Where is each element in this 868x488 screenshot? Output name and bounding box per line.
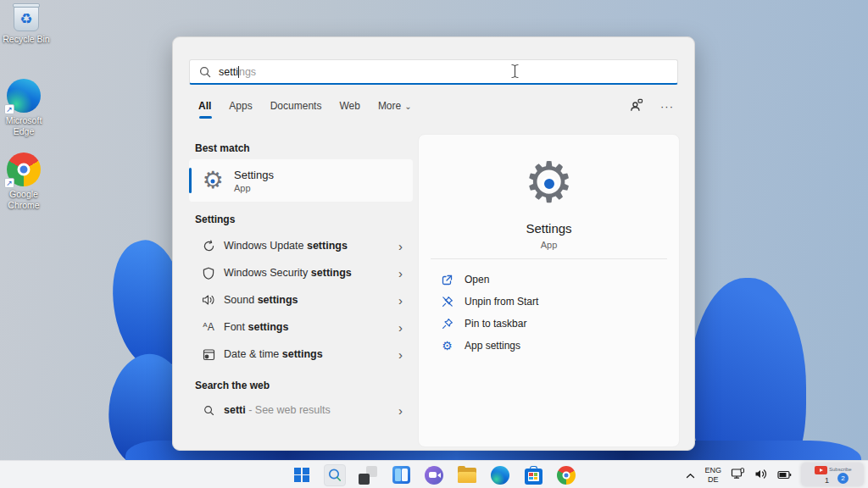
action-open[interactable]: Open [441, 270, 489, 289]
desktop-icon-recycle-bin[interactable]: ♻ Recycle Bin [0, 6, 53, 45]
desktop-icon-label: Google Chrome [0, 189, 47, 210]
settings-gear-icon: ⚙ [200, 168, 225, 193]
folder-icon [458, 468, 476, 483]
desktop-icon-microsoft-edge[interactable]: ↗ Microsoft Edge [0, 79, 50, 136]
shortcut-arrow-icon: ↗ [4, 104, 14, 114]
recycle-glyph: ♻ [19, 12, 32, 26]
chrome-icon [557, 466, 576, 485]
chat-icon [425, 466, 443, 485]
action-app-settings[interactable]: ⚙ App settings [441, 336, 520, 355]
tab-web[interactable]: Web [339, 100, 359, 115]
search-icon [199, 66, 211, 78]
result-label: Font settings [224, 321, 398, 333]
chrome-icon: ↗ [7, 152, 41, 186]
task-view-button[interactable] [357, 464, 379, 486]
chevron-right-icon: › [398, 294, 403, 307]
result-label: Date & time settings [224, 348, 398, 360]
refresh-icon [201, 240, 216, 252]
selection-accent-bar [189, 168, 192, 193]
desktop-icon-google-chrome[interactable]: ↗ Google Chrome [0, 152, 50, 210]
chevron-right-icon: › [398, 321, 403, 334]
best-match-title: Settings [234, 169, 274, 181]
edge-icon [491, 466, 509, 485]
text-cursor-icon [510, 64, 520, 82]
video-watermark-overlay: Subscribe 1 2 [801, 463, 864, 486]
action-pin-to-taskbar[interactable]: Pin to taskbar [441, 314, 526, 333]
widgets-button[interactable] [390, 464, 412, 486]
chat-button[interactable] [423, 464, 445, 486]
desktop-icon-label: Recycle Bin [3, 34, 49, 45]
result-label: Sound settings [224, 294, 398, 306]
overlay-count: 1 [825, 476, 829, 485]
speaker-icon [201, 294, 216, 306]
shield-icon [201, 267, 216, 280]
tray-chevron-up-icon[interactable] [686, 468, 695, 483]
file-explorer-button[interactable] [456, 464, 478, 486]
subscribe-label: Subscribe [829, 467, 852, 472]
store-button[interactable] [522, 464, 544, 486]
widgets-icon [392, 466, 410, 484]
unpin-icon [441, 296, 453, 308]
desktop-wallpaper: ♻ Recycle Bin ↗ Microsoft Edge ↗ Google … [0, 0, 868, 488]
network-icon[interactable] [731, 468, 745, 483]
tab-all[interactable]: All [198, 100, 211, 115]
settings-section-header: Settings [195, 214, 235, 225]
settings-gear-icon-large: ⚙ [518, 152, 581, 214]
search-typed-text: setti [219, 66, 238, 78]
battery-icon[interactable] [777, 468, 792, 483]
preview-subtitle: App [419, 240, 679, 250]
search-filter-tabs: All Apps Documents Web More⌄ [198, 100, 412, 115]
result-font-settings[interactable]: Font settings › [189, 313, 413, 341]
best-match-header: Best match [195, 142, 250, 154]
windows-logo-icon [294, 468, 309, 483]
search-input[interactable]: settings [189, 59, 678, 85]
result-windows-security-settings[interactable]: Windows Security settings › [189, 259, 413, 286]
result-label: Windows Update settings [224, 240, 398, 252]
youtube-icon [815, 466, 827, 474]
start-button[interactable] [291, 464, 313, 486]
account-icon[interactable] [630, 98, 643, 114]
taskbar-search-button[interactable] [324, 464, 346, 486]
shortcut-arrow-icon: ↗ [4, 178, 14, 188]
edge-button[interactable] [489, 464, 511, 486]
chevron-right-icon: › [398, 348, 403, 361]
best-match-result[interactable]: ⚙ Settings App [189, 159, 413, 202]
preview-pane: ⚙ Settings App Open Unpin from Start [418, 134, 680, 447]
preview-title: Settings [419, 221, 679, 236]
chevron-right-icon: › [398, 404, 403, 417]
result-label: setti - See web results [224, 404, 398, 416]
font-icon [201, 321, 216, 333]
result-see-web-results[interactable]: setti - See web results › [189, 396, 413, 424]
action-unpin-from-start[interactable]: Unpin from Start [441, 292, 538, 311]
tab-apps[interactable]: Apps [229, 100, 252, 115]
chevron-right-icon: › [398, 240, 403, 252]
search-suggestion-text: ngs [239, 66, 256, 78]
search-icon [201, 405, 216, 416]
volume-icon[interactable] [754, 468, 768, 483]
store-icon [525, 469, 542, 485]
more-options-icon[interactable]: ··· [660, 100, 674, 113]
language-indicator[interactable]: ENG DE [704, 466, 721, 484]
result-date-time-settings[interactable]: Date & time settings › [189, 341, 413, 368]
click-badge: 2 [837, 473, 849, 484]
open-icon [441, 274, 453, 286]
web-section-header: Search the web [195, 380, 270, 391]
result-windows-update-settings[interactable]: Windows Update settings › [189, 232, 413, 259]
divider [431, 258, 667, 259]
edge-icon: ↗ [7, 79, 41, 113]
result-label: Windows Security settings [224, 267, 398, 279]
tab-documents[interactable]: Documents [270, 100, 322, 115]
calendar-clock-icon [201, 348, 216, 361]
desktop-icon-label: Microsoft Edge [0, 115, 47, 136]
search-icon [327, 468, 342, 483]
pin-icon [441, 318, 453, 330]
tab-more[interactable]: More⌄ [378, 100, 412, 115]
search-flyout-panel: settings All Apps Documents Web More⌄ ··… [172, 36, 695, 451]
gear-icon: ⚙ [441, 340, 453, 352]
result-sound-settings[interactable]: Sound settings › [189, 286, 413, 313]
chevron-down-icon: ⌄ [404, 102, 411, 111]
recycle-bin-icon: ♻ [14, 6, 39, 31]
taskbar: ENG DE Subscribe 1 2 [0, 460, 868, 488]
chevron-right-icon: › [398, 267, 403, 280]
chrome-button[interactable] [555, 464, 577, 486]
